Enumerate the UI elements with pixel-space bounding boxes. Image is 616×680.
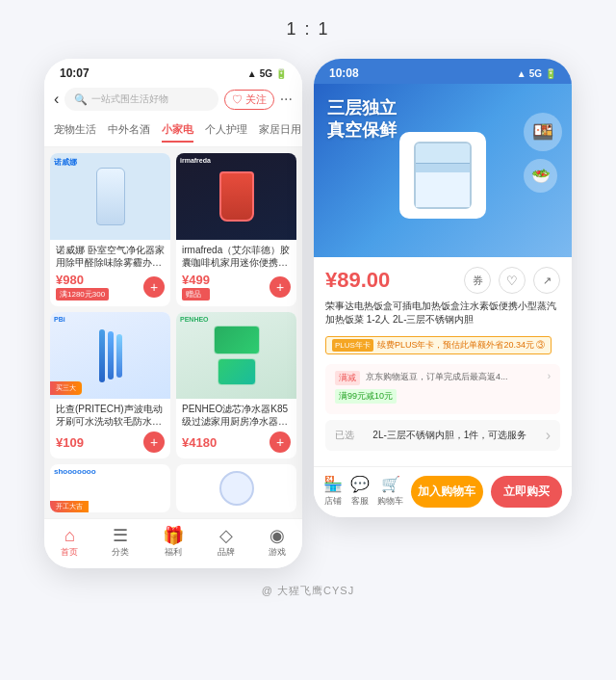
left-status-icons: ▲ 5G 🔋	[247, 68, 287, 79]
right-status-icons: ▲ 5G 🔋	[517, 68, 556, 79]
product-card-toothbrush[interactable]: PBi 买三大 比查(PRITECH)声波电动牙刷可水洗动软毛防水自动... ¥…	[50, 312, 170, 458]
nav-brand-label: 品牌	[218, 546, 235, 559]
more-button[interactable]: ···	[280, 91, 293, 108]
rnav-service[interactable]: 💬 客服	[350, 475, 370, 508]
add-cart-purifier[interactable]: +	[143, 276, 165, 298]
shop-icon: 🏪	[323, 475, 343, 493]
right-time: 10:08	[329, 66, 359, 80]
discount-row-2: 满99元减10元	[335, 389, 551, 404]
signal-icon: 5G	[260, 68, 272, 79]
price-purifier: ¥980	[56, 273, 109, 287]
share-icon-symbol: ↗	[543, 275, 552, 287]
add-cart-coffee[interactable]: +	[270, 276, 291, 298]
product-name-filter: PENHEO滤芯净水器K85级过滤家用厨房净水器直...	[182, 403, 291, 428]
right-product-name: 荣事达电热饭盒可插电加热饭盒注水素饭便携小型蒸汽加热饭菜 1-2人 2L-三层不…	[325, 300, 560, 327]
nav-category-label: 分类	[112, 546, 129, 559]
lunchbox-image	[399, 132, 486, 219]
left-time: 10:07	[60, 66, 90, 80]
follow-button[interactable]: ♡ 关注	[224, 90, 274, 110]
product-name-purifier: 诺威娜 卧室空气净化器家用除甲醛除味除雾霾办公...	[56, 244, 165, 269]
small-card-2[interactable]	[176, 464, 296, 512]
price-row-purifier: ¥980 满1280元300 +	[56, 273, 165, 301]
discount-label-1: 满减	[335, 371, 360, 385]
heart-icon: ♡	[506, 274, 518, 288]
chevron-right-1: ›	[548, 371, 551, 381]
cat-tab-pets[interactable]: 宠物生活	[54, 120, 96, 143]
cat-tab-wine[interactable]: 中外名酒	[108, 120, 150, 143]
hero-text: 三层独立 真空保鲜	[327, 97, 397, 143]
collect-icon[interactable]: ♡	[499, 267, 526, 294]
service-icon: 💬	[350, 475, 370, 493]
rnav-cart-label: 购物车	[377, 495, 403, 508]
left-nav-bar: ‹ 🔍 一站式围生活好物 ♡ 关注 ···	[44, 84, 302, 117]
cart-icon: 🛒	[381, 475, 400, 493]
hero-decor: 🍱 🥗	[524, 113, 562, 193]
nav-welfare-label: 福利	[165, 546, 182, 559]
nav-game-label: 游戏	[269, 546, 286, 559]
share-icon[interactable]: ↗	[533, 267, 560, 294]
discount-text-1: 京东购物返豆，订单完成后最高返4...	[366, 371, 508, 383]
right-action-icons: 券 ♡ ↗	[464, 267, 560, 294]
cat-tab-personal[interactable]: 个人护理	[205, 120, 247, 143]
coupon-icon[interactable]: 券	[464, 267, 491, 294]
right-status-bar: 10:08 ▲ 5G 🔋	[314, 59, 572, 84]
page-title: 1 : 1	[286, 19, 329, 39]
discount-label-2: 满99元减10元	[335, 389, 397, 404]
product-name-toothbrush: 比查(PRITECH)声波电动牙刷可水洗动软毛防水自动...	[56, 403, 165, 428]
small-cards-row: shooooooo 开工大吉	[44, 464, 302, 518]
nav-brand[interactable]: ◇ 品牌	[218, 527, 235, 559]
product-name-coffee: irmafreda（艾尔菲德）胶囊咖啡机家用迷你便携一...	[182, 244, 291, 269]
price-coffee: ¥499	[182, 273, 210, 287]
right-product-content: ¥89.00 券 ♡ ↗ 荣事达电热饭盒可插电加热饭盒注水	[314, 257, 572, 466]
game-icon: ◉	[270, 527, 285, 544]
open-work-badge: 开工大吉	[50, 501, 89, 512]
cat-tab-home[interactable]: 家居日用	[259, 120, 301, 143]
nav-welfare[interactable]: 🎁 福利	[163, 527, 184, 559]
left-phone: 10:07 ▲ 5G 🔋 ‹ 🔍 一站式围生活好物 ♡ 关注 ··· 宠	[44, 59, 302, 568]
wifi-icon: ▲	[247, 68, 257, 79]
category-tabs: 宠物生活 中外名酒 小家电 个人护理 家居日用	[44, 117, 302, 147]
nav-game[interactable]: ◉ 游戏	[269, 527, 286, 559]
page-container: 1 : 1 10:07 ▲ 5G 🔋 ‹ 🔍 一站式围生活好物 ♡ 关注	[0, 0, 616, 680]
hero-line2: 真空保鲜	[327, 119, 397, 142]
add-cart-filter[interactable]: +	[270, 432, 291, 453]
plus-label: PLUS年卡	[332, 339, 373, 352]
product-card-purifier[interactable]: 诺威娜 诺威娜 卧室空气净化器家用除甲醛除味除雾霾办公... ¥980 满128…	[50, 153, 170, 306]
product-card-filter[interactable]: PENHEO PENHEO滤芯净水器K85级过滤家用厨房净水器直... ¥418…	[176, 312, 296, 458]
lunchbox-shape	[414, 142, 472, 209]
right-price-area: ¥89.00	[325, 268, 390, 293]
rnav-shop[interactable]: 🏪 店铺	[323, 475, 343, 508]
cat-tab-appliances[interactable]: 小家电	[162, 120, 193, 143]
nav-category[interactable]: ☰ 分类	[112, 527, 129, 559]
brand-logo-filter: PENHEO	[180, 316, 209, 323]
product-image-coffee: irmafreda	[176, 153, 296, 240]
search-placeholder: 一站式围生活好物	[91, 92, 168, 106]
right-price: ¥89.00	[325, 268, 390, 292]
search-icon: 🔍	[74, 93, 88, 106]
nav-home[interactable]: ⌂ 首页	[61, 527, 78, 559]
buy-now-button[interactable]: 立即购买	[491, 476, 563, 508]
search-bar[interactable]: 🔍 一站式围生活好物	[64, 88, 218, 111]
price-area-toothbrush: ¥109	[56, 435, 84, 450]
price-filter: ¥4180	[182, 435, 217, 450]
plus-text: 续费PLUS年卡，预估此单额外省20.34元 ③	[377, 339, 546, 352]
price-row-coffee: ¥499 赠品 +	[182, 273, 291, 301]
product-info-toothbrush: 比查(PRITECH)声波电动牙刷可水洗动软毛防水自动... ¥109 +	[50, 399, 170, 458]
right-price-wrapper: ¥89.00 券 ♡ ↗	[325, 267, 560, 294]
coupon-icon-symbol: 券	[473, 274, 483, 288]
add-cart-toothbrush[interactable]: +	[143, 432, 165, 453]
product-image-toothbrush: PBi 买三大	[50, 312, 170, 399]
back-button[interactable]: ‹	[54, 91, 59, 108]
rnav-cart[interactable]: 🛒 购物车	[377, 475, 403, 508]
add-to-cart-button[interactable]: 加入购物车	[411, 476, 483, 508]
product-card-coffee[interactable]: irmafreda irmafreda（艾尔菲德）胶囊咖啡机家用迷你便携一...…	[176, 153, 296, 306]
small-card-1[interactable]: shooooooo 开工大吉	[50, 464, 170, 512]
small-product-circle	[219, 471, 254, 506]
brand-icon: ◇	[219, 527, 233, 544]
nav-home-label: 首页	[61, 546, 78, 559]
plus-badge[interactable]: PLUS年卡 续费PLUS年卡，预估此单额外省20.34元 ③	[325, 336, 552, 354]
battery-icon: 🔋	[275, 68, 287, 79]
selected-section[interactable]: 已选 2L-三层不锈钢内胆，1件，可选服务 ›	[325, 420, 560, 451]
product-image-purifier: 诺威娜	[50, 153, 170, 240]
hero-line1: 三层独立	[327, 97, 397, 119]
